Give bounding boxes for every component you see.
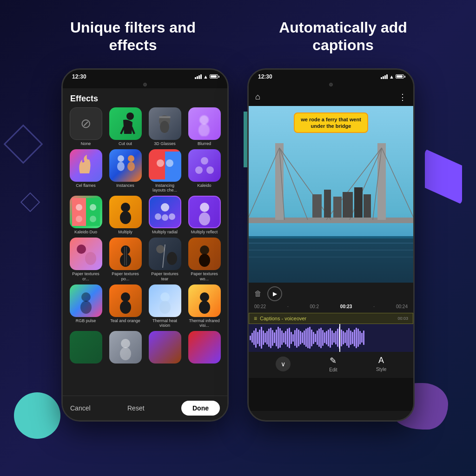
right-camera-dot [329,83,333,86]
style-action[interactable]: A Style [376,356,386,372]
svg-point-2 [160,121,169,133]
time-dot2: · [373,304,375,309]
svg-point-34 [120,254,131,267]
edit-action[interactable]: ✎ Edit [329,356,337,372]
effect-paper2-label: Paper textures po... [109,271,142,282]
svg-point-45 [160,292,170,302]
effect-kaleido[interactable]: Kaleido [186,149,223,193]
svg-point-47 [200,292,209,302]
effect-3dglasses[interactable]: 3D Glasses [146,107,183,146]
effect-instancing-label: Instancing layouts che... [149,183,181,193]
effect-row5b[interactable] [107,331,144,365]
effect-instances[interactable]: Instances [107,149,144,193]
reset-button[interactable]: Reset [127,404,145,412]
effect-celflames[interactable]: Cel flames [67,149,104,193]
video-background: we rode a ferry that went under the brid… [249,106,413,283]
effect-row5a[interactable] [67,331,104,365]
edit-icon: ✎ [330,356,337,366]
play-button[interactable]: ▶ [267,286,282,301]
effect-instances-label: Instances [116,183,134,188]
svg-point-6 [118,155,124,162]
effect-multiplyreflect[interactable]: Multiply reflect [186,196,223,235]
headers-row: Unique filters and effects Automatically… [0,0,476,68]
effect-paper1-thumb [70,238,102,270]
effects-title: Effects [63,88,227,107]
svg-rect-67 [343,192,353,218]
effects-grid: ⊘ None Cut out [63,107,227,365]
effect-none[interactable]: ⊘ None [67,107,104,146]
right-battery-icon [396,74,404,79]
effect-rgbpulse[interactable]: RGB pulse [67,284,104,329]
effect-kaleidoduo-thumb [70,196,102,228]
effect-kaleidoduo[interactable]: Kaleido Duo [67,196,104,235]
effects-screen: Effects ⊘ None [63,88,227,411]
wifi-icon: ▲ [203,74,208,79]
caption-bubble[interactable]: we rode a ferry that went under the brid… [294,112,368,133]
svg-point-50 [120,347,131,360]
home-icon[interactable]: ⌂ [255,92,260,102]
effect-paper4-thumb [188,238,221,270]
captions-icon: ≡ [254,315,257,322]
done-button[interactable]: Done [181,401,220,416]
expand-button[interactable]: ∨ [276,357,291,371]
svg-point-20 [90,204,96,211]
camera-dot [143,83,147,86]
style-icon: A [378,356,384,365]
playback-bar: 🗑 ▶ 00:22 · 00:2 00:23 · 00:24 [249,283,413,313]
effect-3dglasses-thumb [149,107,181,140]
effect-cutout[interactable]: Cut out [107,107,144,146]
effect-thermal2[interactable]: Thermal infrared visi... [186,284,223,329]
effect-row5c-thumb [149,331,181,364]
effect-3dglasses-label: 3D Glasses [154,141,176,146]
svg-point-33 [121,245,130,255]
delete-icon[interactable]: 🗑 [254,290,262,298]
time-left: 00:22 [254,304,266,309]
style-label: Style [376,367,386,372]
effect-paper2[interactable]: Paper textures po... [107,238,144,282]
effect-rgbpulse-label: RGB pulse [76,318,96,324]
more-icon[interactable]: ⋮ [398,92,407,102]
left-status-bar: 12:30 ▲ [63,70,227,82]
svg-point-49 [121,339,130,348]
effect-thermal2-thumb [188,284,221,317]
captions-track-label: Captions - voiceover [260,316,306,321]
effect-teal-thumb [109,284,142,317]
svg-point-7 [117,162,125,171]
svg-point-12 [157,159,164,167]
time-dot: · [287,304,289,309]
effect-paper3[interactable]: Paper textures tear [146,238,183,282]
effect-blurred[interactable]: Blurred [186,107,223,146]
effect-instancing[interactable]: Instancing layouts che... [146,149,183,193]
svg-point-8 [128,155,134,162]
cancel-button[interactable]: Cancel [70,404,91,412]
effect-paper2-thumb [109,238,142,270]
effect-multiply-thumb [109,196,142,228]
effect-multiply[interactable]: Multiply [107,196,144,235]
svg-rect-3 [159,116,171,118]
bottom-actions: ∨ ✎ Edit A Style [249,352,413,378]
effect-instancing-thumb [149,149,181,182]
effect-paper3-label: Paper textures tear [149,271,181,282]
svg-point-14 [201,157,208,165]
effect-paper4[interactable]: Paper textures wo... [186,238,223,282]
effect-row5c[interactable] [146,331,183,365]
track-start: 00:03 [397,316,408,321]
right-signal-icon [381,74,388,79]
effect-multiplyradial[interactable]: Multiply radial [146,196,183,235]
effect-paper1[interactable]: Paper textures cr... [67,238,104,282]
effect-thermal1[interactable]: Thermal heat vision [146,284,183,329]
svg-point-0 [126,112,134,120]
waveform-track [249,324,413,352]
svg-point-31 [77,245,86,254]
effect-teal[interactable]: Teal and orange [107,284,144,329]
effect-multiplyradial-label: Multiply radial [152,230,178,235]
effect-row5d[interactable] [186,331,223,365]
svg-point-16 [206,166,214,174]
effect-kaleido-label: Kaleido [197,183,211,188]
effect-kaleidoduo-label: Kaleido Duo [74,230,97,235]
effect-thermal1-thumb [149,284,181,317]
time-current: 00:23 [340,304,352,309]
video-frame: we rode a ferry that went under the brid… [249,106,413,283]
svg-point-43 [121,292,130,302]
svg-point-40 [199,254,210,267]
